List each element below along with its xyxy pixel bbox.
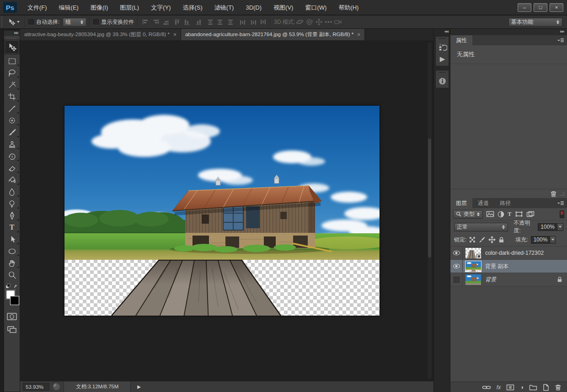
add-mask-icon[interactable] <box>506 384 514 391</box>
layer-style-icon[interactable]: fx <box>497 384 501 391</box>
menu-type[interactable]: 文字(Y) <box>145 0 177 15</box>
hand-tool[interactable] <box>4 257 20 269</box>
default-swap-colors-icon[interactable] <box>5 284 18 289</box>
blend-mode-dropdown[interactable]: 正常 <box>454 223 508 231</box>
zoom-level-field[interactable]: 53.93% <box>23 383 49 391</box>
filter-type-dropdown[interactable]: 类型 <box>453 210 483 219</box>
crop-tool[interactable] <box>4 91 20 102</box>
marquee-tool[interactable] <box>4 55 20 67</box>
path-selection-tool[interactable] <box>4 233 20 245</box>
menu-image[interactable]: 图像(I) <box>85 0 114 15</box>
move-tool[interactable] <box>4 40 20 54</box>
auto-select-dropdown[interactable]: 组 <box>63 18 86 27</box>
link-layers-icon[interactable] <box>482 385 491 390</box>
menu-file[interactable]: 文件(F) <box>21 0 53 15</box>
layer-row-3[interactable]: 背景 <box>450 273 567 286</box>
document-tab-1[interactable]: attractive-bag-beauty-2805394.jpg @ 39.3… <box>20 29 181 40</box>
lasso-tool[interactable] <box>4 67 20 79</box>
document-tab-2[interactable]: abandoned-agriculture-barn-2821764.jpg @… <box>181 29 365 40</box>
scrollbar-thumb[interactable] <box>428 139 431 258</box>
status-popup-arrow[interactable]: ▶ <box>137 384 141 389</box>
layer-row-1[interactable]: color-dark-dried-172302 <box>450 247 567 260</box>
align-center-v-button[interactable] <box>183 18 192 26</box>
show-transform-checkbox[interactable] <box>93 19 99 25</box>
distribute-right-button[interactable] <box>258 18 267 26</box>
distribute-bottom-button[interactable] <box>225 18 234 26</box>
info-panel-button[interactable] <box>436 75 449 87</box>
tab-channels[interactable]: 通道 <box>472 198 494 208</box>
3d-camera-icon[interactable] <box>334 18 342 26</box>
workspace-switcher[interactable]: 基本功能 <box>508 18 562 27</box>
distribute-middle-button[interactable] <box>216 18 225 26</box>
align-top-button[interactable] <box>174 18 182 26</box>
screen-mode-button[interactable] <box>4 324 20 335</box>
panel-resize-grip[interactable] <box>561 192 564 196</box>
distribute-left-button[interactable] <box>239 18 247 26</box>
filter-shape-layers-icon[interactable] <box>515 211 523 217</box>
tab-close-icon[interactable]: × <box>173 32 177 38</box>
tab-properties[interactable]: 属性 <box>450 35 472 45</box>
filter-type-layers-icon[interactable]: T <box>508 210 512 218</box>
maximize-button[interactable]: □ <box>534 3 547 12</box>
layer-thumbnail[interactable] <box>465 261 481 272</box>
eyedropper-tool[interactable] <box>4 102 20 114</box>
type-tool[interactable]: T <box>4 221 20 233</box>
panel-menu-icon[interactable] <box>557 38 564 43</box>
layer-name[interactable]: 背景 <box>485 276 496 284</box>
visibility-toggle[interactable] <box>450 260 463 273</box>
filter-pixel-layers-icon[interactable] <box>486 211 494 217</box>
clone-stamp-tool[interactable] <box>4 138 20 150</box>
new-group-icon[interactable] <box>529 384 537 391</box>
adjustment-layer-icon[interactable]: ◑ <box>520 384 524 390</box>
zoom-tool[interactable] <box>4 269 20 281</box>
align-right-button[interactable] <box>160 18 169 26</box>
layer-thumbnail[interactable] <box>465 274 481 285</box>
actions-panel-button[interactable]: ▶ <box>436 53 449 65</box>
history-brush-tool[interactable] <box>4 150 20 162</box>
pen-tool[interactable] <box>4 209 20 221</box>
canvas[interactable] <box>64 106 380 316</box>
fill-field[interactable]: 100% <box>531 236 556 244</box>
document-sizes[interactable]: 文档:3.12M/8.75M <box>64 381 131 392</box>
background-color-swatch[interactable] <box>10 296 19 305</box>
delete-layer-icon[interactable] <box>555 384 562 391</box>
tab-paths[interactable]: 路径 <box>494 198 516 208</box>
layer-name[interactable]: color-dark-dried-172302 <box>485 250 544 256</box>
visibility-toggle[interactable] <box>450 273 463 286</box>
opacity-dropdown-button[interactable] <box>557 224 563 231</box>
menu-3d[interactable]: 3D(D) <box>240 0 267 15</box>
menu-help[interactable]: 帮助(H) <box>332 0 364 15</box>
healing-brush-tool[interactable] <box>4 114 20 126</box>
vertical-scrollbar[interactable] <box>427 42 432 379</box>
trash-icon[interactable] <box>550 190 557 197</box>
eraser-tool[interactable] <box>4 162 20 174</box>
filter-smart-objects-icon[interactable] <box>526 211 535 217</box>
new-layer-icon[interactable] <box>543 384 549 391</box>
tab-close-icon[interactable]: × <box>357 32 360 38</box>
close-button[interactable]: × <box>550 3 563 12</box>
quick-mask-button[interactable] <box>4 311 20 322</box>
dock-expand-button[interactable]: ◀◀ <box>434 29 450 35</box>
align-left-button[interactable] <box>141 18 150 26</box>
3d-pan-icon[interactable] <box>315 18 323 26</box>
blur-tool[interactable] <box>4 186 20 198</box>
current-tool-indicator[interactable] <box>7 18 20 26</box>
menu-view[interactable]: 视图(V) <box>267 0 299 15</box>
3d-roll-icon[interactable] <box>305 18 314 26</box>
minimize-button[interactable]: – <box>518 3 531 12</box>
3d-orbit-icon[interactable] <box>295 18 304 26</box>
lock-transparency-icon[interactable] <box>469 236 476 243</box>
menu-filter[interactable]: 滤镜(T) <box>209 0 240 15</box>
magic-wand-tool[interactable] <box>4 79 20 91</box>
lock-paint-icon[interactable] <box>478 236 486 243</box>
tab-layers[interactable]: 图层 <box>450 198 472 208</box>
layer-row-2[interactable]: 背景 副本 <box>450 260 567 273</box>
paint-bucket-tool[interactable] <box>4 174 20 186</box>
panel-menu-icon[interactable] <box>557 201 564 205</box>
shape-tool[interactable] <box>4 245 20 257</box>
3d-slide-icon[interactable] <box>324 18 333 26</box>
distribute-center-button[interactable] <box>248 18 257 26</box>
auto-select-checkbox[interactable] <box>28 19 34 25</box>
lock-all-icon[interactable] <box>498 236 504 243</box>
dodge-tool[interactable] <box>4 198 20 209</box>
